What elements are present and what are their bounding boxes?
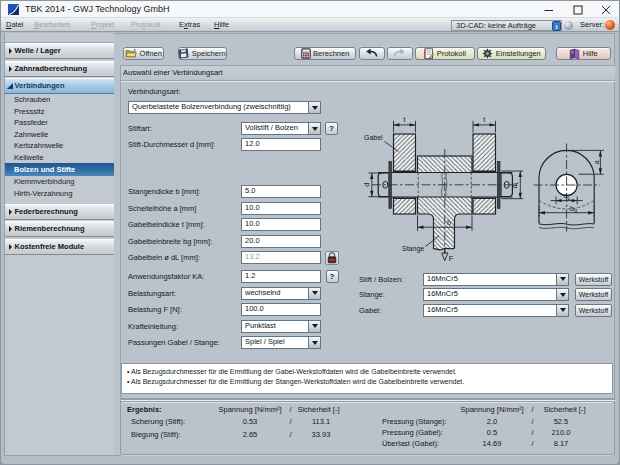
belastung-label: Belastung F [N]: <box>128 303 182 316</box>
krafteinleitung-select[interactable]: Punktlast <box>241 320 321 333</box>
cad-status-indicator <box>564 21 574 31</box>
select-value: wechselnd <box>242 288 308 299</box>
svg-text:i: i <box>555 22 557 30</box>
verbindungsart-select[interactable]: Querbelastete Bolzenverbindung (zweischn… <box>128 101 321 114</box>
stiftart-help-button[interactable]: ? <box>325 122 338 135</box>
stift-bolzen-werkstoff-button[interactable]: Werkstoff <box>575 273 612 286</box>
lock-button[interactable] <box>325 251 339 265</box>
stangendicke-label: Stangendicke b [mm]: <box>128 185 201 198</box>
belastungsart-select[interactable]: wechselnd <box>241 287 321 300</box>
select-value: Vollstift / Bolzen <box>242 123 308 134</box>
dropdown-arrow-icon[interactable] <box>308 123 320 134</box>
menu-extras[interactable]: Extras <box>179 18 200 31</box>
stift-bolzen-material-select[interactable]: 16MnCr5 <box>423 273 569 286</box>
minimize-button[interactable] <box>538 1 560 18</box>
select-value: 16MnCr5 <box>424 289 556 300</box>
stange-werkstoff-button[interactable]: Werkstoff <box>575 288 612 301</box>
help-book-icon <box>569 48 580 59</box>
collapsed-arrow-icon <box>9 244 12 250</box>
dropdown-arrow-icon[interactable] <box>556 289 568 300</box>
sicherheit-header-left: Sicherheit [-] <box>293 405 344 414</box>
sidebar-item-presssitz[interactable]: Presssitz <box>5 106 114 118</box>
menu-datei[interactable]: Datei <box>6 18 24 31</box>
anwendungsfaktor-help-button[interactable]: ? <box>326 270 339 283</box>
select-value: Spiel / Spiel <box>242 337 308 348</box>
belastung-input[interactable]: 100.0 <box>241 303 321 316</box>
scheitelhoehe-input[interactable]: 10.0 <box>241 202 321 215</box>
passungen-select[interactable]: Spiel / Spiel <box>241 336 321 349</box>
dropdown-arrow-icon[interactable] <box>308 288 320 299</box>
sidebar-item-schrauben[interactable]: Schrauben <box>5 94 114 106</box>
result-value: 210.0 <box>534 428 588 437</box>
result-value: 113.1 <box>291 417 351 426</box>
select-value: 16MnCr5 <box>424 305 556 316</box>
sidebar-item-keilwelle[interactable]: Keilwelle <box>5 152 114 164</box>
sidebar-divider <box>120 65 121 456</box>
sidebar-item-klemmverbindung[interactable]: Klemmverbindung <box>5 176 114 188</box>
stiftart-select[interactable]: Vollstift / Bolzen <box>241 122 321 135</box>
sidebar-group-zahnradberechnung[interactable]: Zahnradberechnung <box>5 61 114 77</box>
maximize-button[interactable] <box>567 1 589 18</box>
title-bar: TBK 2014 - GWJ Technology GmbH <box>1 1 619 18</box>
spannung-header-right: Spannung [N/mm²] <box>457 405 527 414</box>
dropdown-arrow-icon[interactable] <box>556 274 568 285</box>
save-button[interactable]: Speichern <box>178 47 227 61</box>
sidebar-group-kostenfreie-module[interactable]: Kostenfreie Module <box>5 239 114 255</box>
protocol-button[interactable]: Protokoll <box>415 47 475 61</box>
scheitelhoehe-label: Scheitelhöhe a [mm] <box>128 202 196 215</box>
help-button[interactable]: Hilfe <box>556 47 611 61</box>
select-value: Querbelastete Bolzenverbindung (zweischn… <box>129 102 308 113</box>
calculate-button[interactable]: Berechnen <box>294 47 356 61</box>
sidebar-item-passfeder[interactable]: Passfeder <box>5 117 114 129</box>
stange-material-label: Stange: <box>359 288 385 301</box>
dropdown-arrow-icon[interactable] <box>308 337 320 348</box>
sidebar-item-hirth-verzahnung[interactable]: Hirth-Verzahnung <box>5 188 114 200</box>
dim-d-label: d <box>363 183 370 187</box>
result-value: 0.5 <box>462 428 522 437</box>
select-value: 16MnCr5 <box>424 274 556 285</box>
settings-button[interactable]: Einstellungen <box>477 47 546 61</box>
info-icon[interactable]: i <box>552 21 561 31</box>
gabel-werkstoff-button[interactable]: Werkstoff <box>575 304 612 317</box>
slash: / <box>529 405 536 414</box>
result-value: 2.0 <box>462 417 522 426</box>
dropdown-arrow-icon[interactable] <box>308 102 320 113</box>
open-button[interactable]: Öffnen <box>123 47 164 61</box>
stangendicke-input[interactable]: 5.0 <box>241 185 321 198</box>
stift-durchmesser-label: Stift-Durchmesser d [mm]: <box>128 138 215 151</box>
menu-bar: Datei Bearbeiten Projekt Protokoll Extra… <box>1 18 619 32</box>
settings-gear-icon <box>482 48 493 59</box>
dropdown-arrow-icon[interactable] <box>308 321 320 332</box>
sidebar-item-kerbzahnwelle[interactable]: Kerbzahnwelle <box>5 140 114 152</box>
expanded-arrow-icon <box>7 83 13 89</box>
anwendungsfaktor-label: Anwendungsfaktor KA: <box>128 270 204 283</box>
gabel-material-select[interactable]: 16MnCr5 <box>423 304 569 317</box>
gabelbeindicke-label: Gabelbeindicke t [mm]: <box>128 218 205 231</box>
redo-button <box>387 47 414 61</box>
collapsed-arrow-icon <box>9 48 12 54</box>
save-floppy-icon <box>178 48 189 59</box>
anwendungsfaktor-input[interactable]: 1.2 <box>241 270 321 283</box>
stange-label: Stange <box>402 245 424 253</box>
spannung-header-left: Spannung [N/mm²] <box>215 405 285 414</box>
sidebar-group-welle-lager[interactable]: Welle / Lager <box>5 43 114 59</box>
gabelbeinbreite-input[interactable]: 20.0 <box>241 235 321 248</box>
collapsed-arrow-icon <box>9 66 12 72</box>
gabelbeindicke-input[interactable]: 10.0 <box>241 218 321 231</box>
close-button[interactable] <box>595 1 617 18</box>
result-value: 33.93 <box>291 430 351 439</box>
sidebar-item-bolzen-und-stifte[interactable]: Bolzen und Stifte <box>5 163 114 176</box>
menu-protokoll: Protokoll <box>131 18 160 31</box>
stange-material-select[interactable]: 16MnCr5 <box>423 288 569 301</box>
collapsed-arrow-icon <box>9 209 12 215</box>
sidebar-group-verbindungen[interactable]: Verbindungen <box>5 78 114 94</box>
sidebar-group-federberechnung[interactable]: Federberechnung <box>5 204 114 220</box>
menu-hilfe[interactable]: Hilfe <box>214 18 229 31</box>
undo-button[interactable] <box>359 47 386 61</box>
stift-durchmesser-input[interactable]: 12.0 <box>241 138 321 151</box>
sidebar-group-riemenberechnung[interactable]: Riemenberechnung <box>5 221 114 237</box>
results-title: Ergebnis: <box>127 405 162 414</box>
sidebar-item-zahnwelle[interactable]: Zahnwelle <box>5 129 114 141</box>
dropdown-arrow-icon[interactable] <box>556 305 568 316</box>
result-value: 2.65 <box>220 430 280 439</box>
